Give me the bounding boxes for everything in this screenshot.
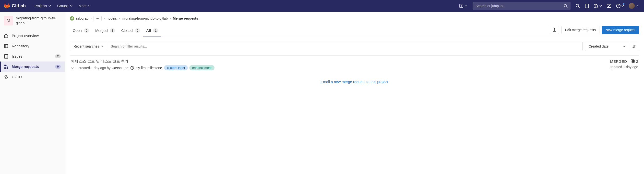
tab-open[interactable]: Open 0 [70, 25, 92, 37]
tab-label: Open [73, 29, 82, 33]
chevron-down-icon [48, 5, 51, 7]
svg-point-7 [597, 7, 598, 8]
svg-point-5 [594, 4, 596, 5]
tab-count: 1 [153, 29, 158, 33]
breadcrumb-current: Merge requests [173, 17, 198, 20]
sidebar-item-merge-requests[interactable]: Merge requests 0 [0, 62, 65, 72]
sidebar-item-label: CI/CD [12, 75, 22, 79]
merge-requests-button[interactable] [592, 2, 604, 10]
svg-rect-3 [585, 4, 589, 8]
export-icon [552, 28, 556, 32]
nav-groups-label: Groups [57, 4, 68, 8]
chevron-down-icon [623, 46, 626, 47]
issues-button[interactable] [583, 2, 591, 10]
gitlab-logo-icon [4, 3, 10, 9]
nav-projects[interactable]: Projects [32, 2, 54, 10]
avatar [629, 3, 635, 9]
nav-more[interactable]: More [76, 2, 94, 10]
email-merge-request-link[interactable]: Email a new merge request to this projec… [70, 74, 639, 84]
tab-row: Open 0 Merged 1 Closed 0 All 1 [70, 25, 639, 37]
chevron-down-icon [101, 46, 104, 47]
tab-closed[interactable]: Closed 0 [118, 25, 143, 37]
sidebar: M migrating-from-github-to-gitlab Projec… [0, 12, 65, 174]
plus-icon [459, 4, 463, 8]
merge-request-item: 예제 소스 코드 및 테스트 코드 추가 !2 · created 1 day … [70, 56, 639, 74]
new-merge-request-button[interactable]: New merge request [602, 26, 639, 34]
chevron-down-icon [465, 5, 467, 7]
filter-bar: Recent searches Created date [70, 42, 639, 51]
group-avatar-icon: IG [70, 16, 74, 21]
edit-merge-requests-button[interactable]: Edit merge requests [562, 26, 600, 34]
svg-rect-11 [4, 54, 8, 58]
create-new-button[interactable] [457, 3, 470, 9]
merge-request-status: MERGED [610, 59, 627, 64]
breadcrumb-group[interactable]: infograb [76, 17, 89, 20]
repository-icon [4, 44, 8, 48]
svg-point-1 [564, 5, 566, 7]
cicd-icon [4, 75, 8, 79]
todo-icon [607, 4, 611, 8]
merge-request-author[interactable]: Jason Lee [112, 66, 128, 70]
comments-icon [630, 59, 635, 64]
project-header[interactable]: M migrating-from-github-to-gitlab [0, 13, 65, 29]
sidebar-item-label: Repository [12, 44, 30, 48]
merge-request-icon [4, 64, 8, 69]
recent-searches-label: Recent searches [74, 44, 99, 48]
tab-label: Closed [121, 29, 133, 33]
filter-input-wrap[interactable] [107, 42, 582, 51]
sidebar-item-repository[interactable]: Repository [0, 41, 65, 51]
tab-merged[interactable]: Merged 1 [92, 25, 118, 37]
merge-request-comments[interactable]: 2 [630, 59, 638, 64]
sidebar-badge: 2 [55, 54, 61, 58]
sort-dropdown[interactable]: Created date [585, 42, 629, 51]
main-content: IG infograb › ··· › nodejs › migrating-f… [65, 12, 644, 174]
merge-request-milestone[interactable]: my first milestone [130, 66, 162, 70]
merge-request-meta: !2 · created 1 day ago by Jason Lee my f… [71, 65, 610, 70]
nav-projects-label: Projects [34, 4, 47, 8]
topbar: GitLab Projects Groups More [0, 0, 644, 12]
sidebar-item-cicd[interactable]: CI/CD [0, 72, 65, 82]
help-icon [616, 4, 620, 8]
tab-all[interactable]: All 1 [143, 25, 161, 37]
filter-input[interactable] [111, 42, 579, 51]
user-menu[interactable] [627, 1, 640, 11]
export-button[interactable] [550, 26, 559, 34]
label-pill[interactable]: enhancement [189, 65, 214, 70]
nav-groups[interactable]: Groups [54, 2, 76, 10]
search-button[interactable] [574, 2, 582, 10]
search-icon [564, 4, 568, 8]
breadcrumb-separator: › [119, 17, 120, 20]
label-pill[interactable]: custom label [164, 65, 188, 70]
brand[interactable]: GitLab [4, 3, 26, 9]
breadcrumb-subgroup[interactable]: nodejs [107, 17, 117, 20]
search-input[interactable] [476, 4, 564, 8]
breadcrumb: IG infograb › ··· › nodejs › migrating-f… [65, 12, 644, 25]
meta-separator: · [76, 66, 77, 70]
project-name: migrating-from-github-to-gitlab [16, 16, 61, 26]
svg-point-6 [594, 7, 596, 8]
search-icon [576, 4, 580, 8]
breadcrumb-project[interactable]: migrating-from-github-to-gitlab [122, 17, 168, 20]
merge-request-title[interactable]: 예제 소스 코드 및 테스트 코드 추가 [71, 59, 610, 64]
recent-searches-dropdown[interactable]: Recent searches [70, 42, 107, 51]
topbar-right [457, 1, 640, 11]
tab-actions: Edit merge requests New merge request [550, 26, 639, 37]
chevron-down-icon [70, 5, 72, 7]
primary-nav: Projects Groups More [32, 2, 93, 10]
todos-button[interactable] [605, 2, 613, 10]
sidebar-item-project-overview[interactable]: Project overview [0, 31, 65, 41]
milestone-text: my first milestone [136, 66, 162, 70]
breadcrumb-ellipsis[interactable]: ··· [94, 16, 102, 21]
state-tabs: Open 0 Merged 1 Closed 0 All 1 [70, 25, 161, 37]
svg-point-13 [4, 65, 6, 66]
home-icon [4, 34, 8, 38]
tab-count: 0 [135, 29, 140, 33]
help-button[interactable] [614, 2, 626, 10]
sort-direction-button[interactable] [629, 42, 639, 51]
svg-point-2 [576, 4, 578, 7]
sidebar-item-issues[interactable]: Issues 2 [0, 51, 65, 62]
sidebar-item-label: Project overview [12, 34, 39, 38]
chevron-down-icon [636, 5, 638, 7]
merge-request-labels: custom labelenhancement [164, 65, 214, 70]
global-search[interactable] [472, 2, 570, 10]
